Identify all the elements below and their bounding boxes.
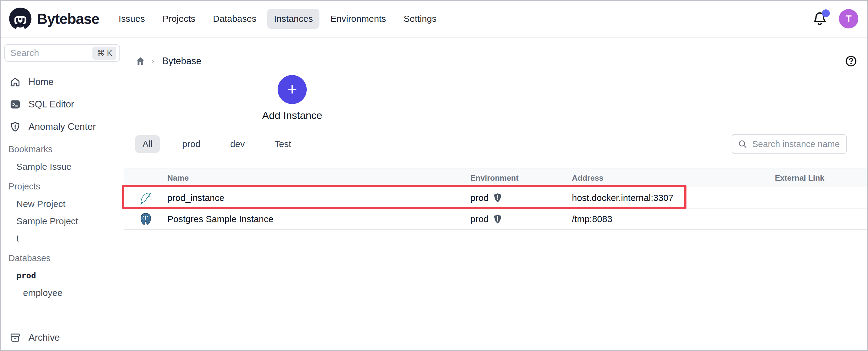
sidebar-item-home[interactable]: Home bbox=[4, 71, 120, 93]
shield-alert-icon bbox=[10, 121, 21, 132]
table-row-prod-instance[interactable]: prod_instance prod host.docker.internal:… bbox=[124, 187, 867, 209]
sidebar-item-label: Anomaly Center bbox=[29, 121, 96, 132]
tab-all[interactable]: All bbox=[135, 135, 160, 153]
app-window: Bytebase Issues Projects Databases Insta… bbox=[0, 0, 868, 351]
instance-environment: prod bbox=[470, 193, 489, 203]
postgres-engine-icon bbox=[139, 212, 153, 226]
tab-prod[interactable]: prod bbox=[175, 135, 208, 153]
sidebar-search[interactable]: ⌘ K bbox=[4, 44, 120, 62]
breadcrumb-home-icon[interactable] bbox=[135, 56, 146, 66]
nav-item-environments[interactable]: Environments bbox=[324, 9, 393, 29]
mysql-engine-icon bbox=[138, 191, 153, 205]
instance-environment: prod bbox=[470, 214, 489, 224]
nav-item-settings[interactable]: Settings bbox=[397, 9, 443, 29]
col-address: Address bbox=[572, 173, 752, 183]
shield-protected-icon bbox=[493, 193, 502, 203]
instance-toolbar: All prod dev Test bbox=[135, 133, 847, 155]
sidebar-item-new-project[interactable]: New Project bbox=[4, 195, 120, 212]
col-name: Name bbox=[167, 173, 470, 183]
instance-table: Name Environment Address External Link p… bbox=[124, 169, 867, 230]
sidebar-search-input[interactable] bbox=[10, 48, 92, 58]
instance-address: /tmp:8083 bbox=[572, 214, 752, 224]
sidebar-section-databases: Databases bbox=[4, 249, 120, 267]
sidebar-item-t[interactable]: t bbox=[4, 230, 120, 247]
instance-search-input[interactable] bbox=[752, 139, 841, 149]
terminal-icon bbox=[10, 99, 21, 110]
sidebar-item-sql-editor[interactable]: SQL Editor bbox=[4, 93, 120, 115]
add-instance-circle[interactable]: + bbox=[278, 75, 307, 104]
nav-item-projects[interactable]: Projects bbox=[156, 9, 202, 29]
sidebar-section-projects: Projects bbox=[4, 178, 120, 195]
sidebar-primary-nav: Home SQL Editor Anomaly Center bbox=[4, 71, 120, 138]
main-content: › Bytebase + Add Instance All prod dev T bbox=[124, 37, 867, 350]
chevron-right-icon: › bbox=[152, 56, 154, 66]
sidebar-item-label: SQL Editor bbox=[29, 99, 74, 110]
instance-address: host.docker.internal:3307 bbox=[572, 193, 752, 203]
sidebar-item-sample-issue[interactable]: Sample Issue bbox=[4, 158, 120, 175]
help-icon bbox=[845, 55, 857, 67]
table-row-postgres-sample[interactable]: Postgres Sample Instance prod /tmp:8083 bbox=[124, 209, 867, 230]
plus-icon: + bbox=[287, 80, 297, 98]
tab-test[interactable]: Test bbox=[267, 135, 299, 153]
bytebase-logo[interactable]: Bytebase bbox=[8, 7, 99, 31]
brand-name: Bytebase bbox=[37, 10, 99, 27]
shield-protected-icon bbox=[493, 214, 502, 224]
top-nav: Bytebase Issues Projects Databases Insta… bbox=[1, 1, 867, 37]
sidebar-item-anomaly-center[interactable]: Anomaly Center bbox=[4, 115, 120, 138]
environment-filter-tabs: All prod dev Test bbox=[135, 135, 299, 153]
table-header: Name Environment Address External Link bbox=[124, 169, 867, 187]
breadcrumb-current: Bytebase bbox=[162, 56, 201, 67]
home-icon bbox=[10, 76, 21, 87]
help-button[interactable] bbox=[845, 55, 857, 67]
bytebase-logo-icon bbox=[8, 7, 32, 31]
sidebar-section-bookmarks: Bookmarks bbox=[4, 140, 120, 158]
nav-right: T bbox=[813, 9, 860, 29]
search-icon bbox=[738, 139, 747, 149]
instance-name: Postgres Sample Instance bbox=[167, 214, 470, 224]
add-instance-button[interactable]: + Add Instance bbox=[263, 75, 321, 121]
archive-label: Archive bbox=[29, 332, 60, 343]
sidebar-item-prod[interactable]: prod bbox=[4, 267, 120, 284]
search-shortcut-badge: ⌘ K bbox=[92, 46, 116, 60]
notification-dot bbox=[822, 9, 830, 17]
main-nav: Issues Projects Databases Instances Envi… bbox=[112, 9, 443, 29]
sidebar-item-sample-project[interactable]: Sample Project bbox=[4, 212, 120, 230]
breadcrumb: › Bytebase bbox=[135, 54, 857, 68]
sidebar-item-archive[interactable]: Archive bbox=[10, 332, 60, 343]
instance-name: prod_instance bbox=[167, 193, 470, 203]
tab-dev[interactable]: dev bbox=[223, 135, 252, 153]
col-external-link: External Link bbox=[752, 173, 848, 183]
sidebar-item-label: Home bbox=[29, 76, 54, 87]
nav-item-databases[interactable]: Databases bbox=[207, 9, 263, 29]
sidebar-item-employee[interactable]: employee bbox=[4, 284, 120, 302]
instance-search[interactable] bbox=[732, 134, 847, 154]
archive-icon bbox=[10, 332, 21, 343]
notification-bell-button[interactable] bbox=[813, 11, 827, 26]
add-instance-label: Add Instance bbox=[262, 109, 322, 121]
col-environment: Environment bbox=[470, 173, 572, 183]
nav-item-instances[interactable]: Instances bbox=[267, 9, 319, 29]
sidebar: ⌘ K Home SQL Editor bbox=[1, 37, 124, 350]
avatar[interactable]: T bbox=[839, 9, 858, 29]
nav-item-issues[interactable]: Issues bbox=[112, 9, 152, 29]
